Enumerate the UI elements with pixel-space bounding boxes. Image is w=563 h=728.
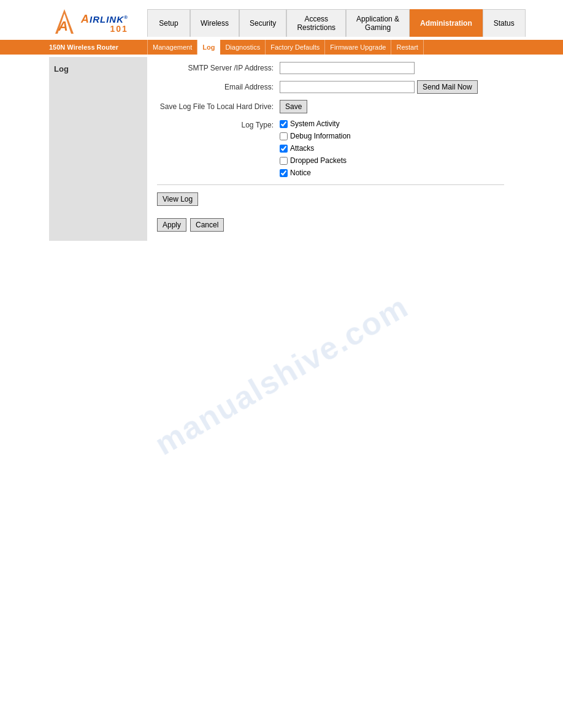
cancel-button[interactable]: Cancel (190, 218, 224, 232)
nav-status[interactable]: Status (483, 9, 526, 37)
subnav-firmware-upgrade[interactable]: Firmware Upgrade (325, 40, 391, 55)
checkbox-debug-information-label: Debug Information (290, 132, 351, 140)
email-input[interactable] (280, 81, 415, 93)
smtp-input[interactable] (280, 62, 415, 74)
sub-nav-bar: 150N Wireless Router Management Log Diag… (0, 40, 563, 55)
checkbox-dropped-packets-label: Dropped Packets (290, 156, 347, 165)
logo-text: AIRLINK® 101 (81, 13, 128, 33)
logo-area: A AIRLINK® 101 (49, 6, 147, 40)
subnav-management[interactable]: Management (147, 40, 197, 55)
checkbox-attacks-input[interactable] (280, 145, 288, 153)
save-button[interactable]: Save (280, 100, 307, 113)
checkbox-system-activity-label: System Activity (290, 119, 340, 128)
checkbox-dropped-packets-input[interactable] (280, 157, 288, 165)
checkbox-attacks[interactable]: Attacks (280, 144, 351, 153)
checkbox-debug-information[interactable]: Debug Information (280, 132, 351, 140)
logo-model: 101 (81, 25, 128, 33)
content-wrapper: Log SMTP Server /IP Address: Email Addre… (0, 57, 563, 241)
view-log-button[interactable]: View Log (157, 192, 198, 206)
checkbox-debug-information-input[interactable] (280, 132, 288, 140)
checkbox-list: System Activity Debug Information Attack… (280, 119, 351, 177)
sidebar-title: Log (54, 62, 142, 76)
subnav-factory-defaults[interactable]: Factory Defaults (266, 40, 325, 55)
apply-button[interactable]: Apply (157, 218, 186, 232)
email-label: Email Address: (157, 83, 280, 91)
checkbox-system-activity-input[interactable] (280, 120, 288, 128)
nav-security[interactable]: Security (239, 9, 286, 37)
sidebar: Log (49, 57, 147, 241)
nav-access-restrictions[interactable]: AccessRestrictions (286, 9, 346, 37)
sub-nav-items: Management Log Diagnostics Factory Defau… (147, 40, 424, 55)
logo-icon: A (49, 6, 80, 40)
nav-setup[interactable]: Setup (147, 9, 190, 37)
email-input-group: Send Mail Now (280, 80, 478, 94)
checkbox-notice-label: Notice (290, 169, 311, 177)
watermark: manualshive.com (148, 287, 415, 462)
view-log-row: View Log (157, 192, 504, 206)
main-content: SMTP Server /IP Address: Email Address: … (147, 57, 514, 241)
smtp-row: SMTP Server /IP Address: (157, 62, 504, 74)
nav-application-gaming[interactable]: Application &Gaming (346, 9, 410, 37)
save-log-label: Save Log File To Local Hard Drive: (157, 102, 280, 111)
main-nav: Setup Wireless Security AccessRestrictio… (147, 9, 526, 37)
svg-text:A: A (58, 18, 68, 34)
divider (157, 184, 504, 185)
nav-wireless[interactable]: Wireless (190, 9, 239, 37)
email-row: Email Address: Send Mail Now (157, 80, 504, 94)
subnav-diagnostics[interactable]: Diagnostics (220, 40, 266, 55)
router-label: 150N Wireless Router (49, 44, 147, 51)
checkbox-attacks-label: Attacks (290, 144, 314, 153)
log-type-label: Log Type: (157, 119, 280, 129)
checkbox-notice[interactable]: Notice (280, 169, 351, 177)
action-buttons: Apply Cancel (157, 218, 504, 232)
log-type-section: Log Type: System Activity Debug Informat… (157, 119, 504, 177)
header: A AIRLINK® 101 Setup Wireless Security (0, 0, 563, 55)
logo-brand: AIRLINK® (81, 13, 128, 25)
save-log-row: Save Log File To Local Hard Drive: Save (157, 100, 504, 113)
subnav-restart[interactable]: Restart (391, 40, 423, 55)
nav-administration[interactable]: Administration (410, 9, 483, 37)
subnav-log[interactable]: Log (197, 40, 220, 55)
smtp-label: SMTP Server /IP Address: (157, 64, 280, 72)
checkbox-notice-input[interactable] (280, 169, 288, 177)
send-mail-button[interactable]: Send Mail Now (417, 80, 478, 94)
checkbox-dropped-packets[interactable]: Dropped Packets (280, 156, 351, 165)
checkbox-system-activity[interactable]: System Activity (280, 119, 351, 128)
logo: A AIRLINK® 101 (49, 6, 147, 40)
